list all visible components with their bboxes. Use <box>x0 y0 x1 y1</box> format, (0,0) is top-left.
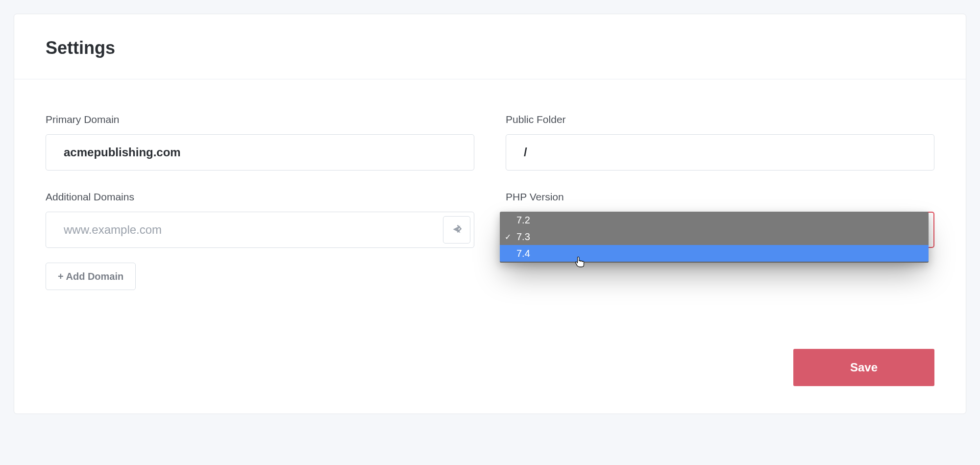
php-option-label: 7.3 <box>516 231 530 243</box>
additional-domain-input[interactable] <box>46 212 474 248</box>
php-version-dropdown: ✓ 7.2 ✓ 7.3 ✓ 7.4 <box>500 212 929 263</box>
additional-domain-input-wrap <box>46 212 474 248</box>
primary-domain-label: Primary Domain <box>46 114 474 125</box>
submit-domain-button[interactable] <box>443 216 470 244</box>
public-folder-label: Public Folder <box>506 114 934 125</box>
page-title: Settings <box>46 38 934 58</box>
save-button[interactable]: Save <box>793 349 934 386</box>
additional-domains-field: Additional Domains <box>46 191 474 290</box>
card-body: Primary Domain Public Folder Additional … <box>14 79 966 414</box>
php-option-label: 7.4 <box>516 248 530 259</box>
php-option-7-3[interactable]: ✓ 7.3 <box>500 228 929 245</box>
add-domain-button[interactable]: + Add Domain <box>46 263 136 290</box>
primary-domain-input[interactable] <box>46 134 474 171</box>
save-row: Save <box>46 349 934 386</box>
php-version-field: PHP Version ✓ 7.2 ✓ 7.3 <box>506 191 934 290</box>
check-icon: ✓ <box>505 232 511 242</box>
php-option-7-4[interactable]: ✓ 7.4 <box>500 245 929 262</box>
php-option-7-2[interactable]: ✓ 7.2 <box>500 212 929 228</box>
php-option-label: 7.2 <box>516 215 530 226</box>
settings-card: Settings Primary Domain Public Folder Ad… <box>14 14 966 414</box>
public-folder-field: Public Folder <box>506 114 934 171</box>
primary-domain-field: Primary Domain <box>46 114 474 171</box>
public-folder-input[interactable] <box>506 134 934 171</box>
additional-domains-label: Additional Domains <box>46 191 474 203</box>
settings-grid: Primary Domain Public Folder Additional … <box>46 114 934 290</box>
share-arrow-icon <box>450 223 463 237</box>
php-version-label: PHP Version <box>506 191 934 203</box>
php-version-select-wrap: ✓ 7.2 ✓ 7.3 ✓ 7.4 <box>506 212 934 248</box>
card-header: Settings <box>14 14 966 79</box>
